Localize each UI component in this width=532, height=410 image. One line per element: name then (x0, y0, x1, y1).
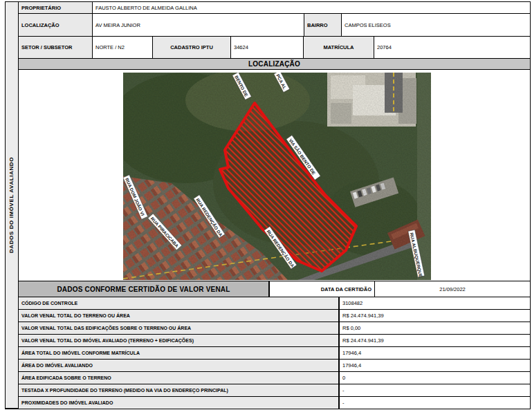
sidebar-vertical-label: DADOS DO IMÓVEL AVALIANDO (9, 157, 15, 253)
venal-row-value: - (340, 384, 530, 396)
venal-section-title: DADOS CONFORME CERTIDÃO DE VALOR VENAL (19, 281, 268, 297)
address-label: LOCALIZAÇÃO (19, 14, 92, 36)
iptu-label: CADASTRO IPTU (153, 37, 230, 58)
venal-row-value: R$ 0,00 (340, 322, 530, 334)
appraisal-form: DADOS DO IMÓVEL AVALIANDO PROPRIETÁRIO F… (0, 0, 532, 410)
venal-row-label: VALOR VENAL TOTAL DO TERRENO OU ÁREA (19, 310, 338, 322)
section-sidebar: DADOS DO IMÓVEL AVALIANDO (6, 2, 18, 408)
venal-row-label: VALOR VENAL TOTAL DAS EDIFICAÇÕES SOBRE … (19, 322, 338, 334)
venal-row-label: ÁREA TOTAL DO IMÓVEL CONFORME MATRÍCULA (19, 347, 338, 359)
venal-row-label: VALOR VENAL TOTAL DO IMÓVEL AVALIADO (TE… (19, 335, 338, 346)
district-label: BAIRRO (304, 14, 341, 36)
map-area: BENTO DE PCA AL VIA SÃO BENTO DE RUA DOM… (19, 70, 530, 281)
venal-row-label: TESTADA X PROFUNDIDADE DO TERRENO (MEDID… (19, 384, 338, 396)
registry-value: 20764 (374, 37, 530, 58)
owner-label: PROPRIETÁRIO (19, 2, 92, 13)
venal-row-value: 0 (340, 372, 530, 384)
certificate-date-value: 21/09/2022 (375, 281, 530, 297)
district-value: CAMPOS ELISEOS (342, 14, 530, 36)
owner-value: FAUSTO ALBERTO DE ALMEIDA GALLINA (93, 2, 530, 13)
certificate-date-label: DATA DA CERTIDÃO (270, 281, 374, 297)
industrial-buildings (327, 73, 416, 127)
venal-row-label: ÁREA DO IMÓVEL AVALIANDO (19, 360, 338, 371)
iptu-value: 34624 (231, 37, 303, 58)
venal-row-value: 17946,4 (340, 347, 530, 359)
venal-row-label: CÓDIGO DE CONTROLE (19, 297, 338, 309)
location-section-title: LOCALIZAÇÃO (19, 59, 530, 69)
address-value: AV MEIRA JUNIOR (93, 14, 304, 36)
venal-row-label: ÁREA EDIFICADA SOBRE O TERRENO (19, 372, 338, 384)
aerial-map-image: BENTO DE PCA AL VIA SÃO BENTO DE RUA DOM… (123, 73, 431, 280)
sector-value: NORTE / N2 (93, 37, 152, 58)
venal-row-value: R$ 24.474.941,39 (340, 310, 530, 322)
sector-label: SETOR / SUBSETOR (19, 37, 92, 58)
venal-row-value: 17946,4 (340, 360, 530, 371)
venal-row-value: - (340, 397, 530, 409)
venal-row-label: PROXIMIDADES DO IMÓVEL AVALIADO (19, 397, 338, 409)
registry-label: MATRÍCULA (304, 37, 374, 58)
venal-row-value: R$ 24.474.941,39 (340, 335, 530, 346)
form-sheet: DADOS DO IMÓVEL AVALIANDO PROPRIETÁRIO F… (5, 1, 531, 409)
venal-row-value: 3108482 (340, 297, 530, 309)
